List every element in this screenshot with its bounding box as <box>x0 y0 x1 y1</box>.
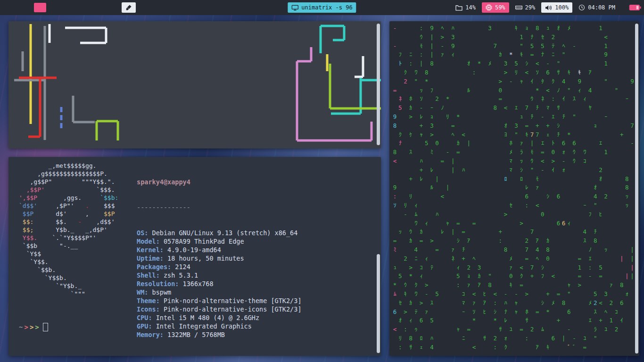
battery-module[interactable] <box>629 4 641 11</box>
workspace-indicator[interactable] <box>34 3 46 12</box>
neofetch-scrollbar[interactable] <box>377 254 380 353</box>
ram-icon <box>515 5 522 10</box>
pipes-scrollbar[interactable] <box>377 24 380 145</box>
unimatrix-terminal-window[interactable]: - : 9 ﾍ ﾊ 3 ｷ ｮ 8 ｭ ｵ ﾒ 1 ｳ | > 3 1 ﾅ ｾ … <box>389 21 639 356</box>
terminal-window-icon <box>291 5 298 11</box>
speaker-icon <box>545 5 552 11</box>
pipes-terminal-window[interactable] <box>8 21 381 148</box>
paint-tool-module[interactable] <box>122 2 136 13</box>
volume-value: 100% <box>555 4 569 11</box>
shell-prompt[interactable]: ~ >>> <box>19 323 48 331</box>
debian-ascii-logo: _,met$$$$$gg. ,g$$$$$$$$$$$$$$$P. ,g$$P"… <box>19 162 118 298</box>
neofetch-terminal-window[interactable]: _,met$$$$$gg. ,g$$$$$$$$$$$$$$$P. ,g$$P"… <box>8 157 381 356</box>
disk-usage-value: 14% <box>465 4 476 11</box>
bar-right-modules: 14% 59% 29% 100% <box>455 0 641 15</box>
cpu-usage-value: 59% <box>495 4 505 11</box>
unimatrix-scrollbar[interactable] <box>635 24 638 354</box>
folder-icon <box>455 5 462 11</box>
neofetch-info-lines: OS: Debian GNU/Linux 9.13 (stretch) x86_… <box>137 229 302 339</box>
disk-module[interactable]: 14% <box>455 4 476 11</box>
focused-window-title-module[interactable]: unimatrix -s 96 <box>288 2 356 13</box>
memory-module[interactable]: 29% <box>515 4 536 11</box>
focused-window-title: unimatrix -s 96 <box>301 4 352 11</box>
time-value: 04:08 PM <box>588 4 615 11</box>
clock-module[interactable]: 04:08 PM <box>578 4 615 11</box>
cpu-module[interactable]: 59% <box>482 2 509 13</box>
top-bar: unimatrix -s 96 14% 59% 29% <box>0 0 644 15</box>
neofetch-underline: -------------- <box>137 203 302 212</box>
prompt-chevrons: >>> <box>23 323 39 331</box>
prompt-cwd: ~ <box>19 323 23 331</box>
text-cursor <box>43 323 48 331</box>
matrix-rain-text: - : 9 ﾍ ﾊ 3 ｷ ｮ 8 ｭ ｵ ﾒ 1 ｳ | > 3 1 ﾅ ｾ … <box>392 24 634 353</box>
paintbrush-icon <box>125 4 132 11</box>
clock-icon <box>578 4 585 11</box>
neofetch-info-block: sparky4@xappy4 -------------- OS: Debian… <box>137 161 302 356</box>
volume-module[interactable]: 100% <box>541 2 572 13</box>
cpu-chip-icon <box>486 4 492 11</box>
battery-icon <box>629 4 641 11</box>
memory-usage-value: 29% <box>525 4 536 11</box>
pipes-screensaver <box>8 21 381 148</box>
neofetch-user-host: sparky4@xappy4 <box>137 178 302 186</box>
